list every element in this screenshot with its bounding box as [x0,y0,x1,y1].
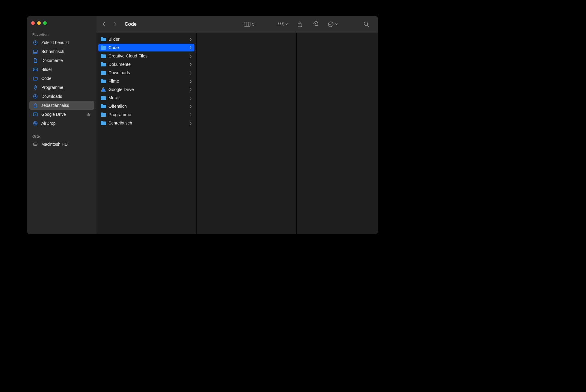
home-icon [32,102,38,108]
folder-icon [101,45,106,50]
sidebar-section-heading: Orte [27,132,96,140]
folder-icon [101,95,106,101]
folder-icon [101,37,106,42]
folder-row[interactable]: Öffentlich [98,102,194,110]
folder-label: Bilder [108,37,187,42]
sidebar-item-airdrop[interactable]: AirDrop [29,119,94,128]
share-button[interactable] [294,20,306,29]
sidebar-section-heading: Favoriten [27,30,96,38]
chevron-right-icon [190,45,192,50]
sidebar-item-label: Bilder [41,67,91,72]
chevron-right-icon [190,121,192,126]
desktop-icon [32,48,38,54]
svg-rect-19 [278,22,279,24]
back-button[interactable] [100,20,108,28]
folder-row[interactable]: Creative Cloud Files [98,52,194,60]
sidebar-item-desktop[interactable]: Schreibtisch [29,47,94,56]
sidebar-item-label: Zuletzt benutzt [41,40,91,45]
minimize-window-button[interactable] [37,21,41,25]
sidebar-item-disk[interactable]: Macintosh HD [29,140,94,149]
folder-row[interactable]: Bilder [98,35,194,43]
chevron-right-icon [190,112,192,117]
sidebar-item-download[interactable]: Downloads [29,92,94,101]
svg-rect-23 [280,25,281,26]
action-menu-button[interactable] [326,20,340,29]
folder-icon [101,62,106,67]
sidebar-item-document[interactable]: Dokumente [29,56,94,65]
sidebar-item-images[interactable]: Bilder [29,65,94,74]
folder-row[interactable]: Dokumente [98,60,194,68]
svg-point-8 [35,114,36,115]
apps-icon [32,84,38,90]
sidebar-item-label: AirDrop [41,121,91,126]
sidebar-item-label: Schreibtisch [41,49,91,54]
finder-window: Favoriten Zuletzt benutztSchreibtischDok… [27,16,378,234]
chevron-right-icon [190,37,192,42]
svg-rect-7 [33,113,37,116]
chevron-right-icon [190,87,192,92]
folder-label: Filme [108,79,187,83]
sidebar-item-home[interactable]: sebastianhaiss [29,101,94,110]
folder-row[interactable]: Programme [98,111,194,118]
eject-icon[interactable] [86,112,91,117]
sidebar-item-drive[interactable]: Google Drive [29,110,94,119]
sidebar-item-label: Google Drive [41,112,83,117]
folder-row[interactable]: Schreibtisch [98,119,194,127]
svg-line-32 [367,25,369,27]
sidebar-item-label: Programme [41,85,91,90]
column-2 [297,33,378,234]
forward-button[interactable] [111,20,119,28]
folder-row[interactable]: Code [98,44,194,51]
sidebar-item-label: Macintosh HD [41,142,91,147]
folder-row[interactable]: Google Drive [98,86,194,93]
folder-row[interactable]: Musik [98,94,194,102]
sidebar-item-label: Code [41,76,91,81]
close-window-button[interactable] [31,21,35,25]
download-icon [32,93,38,99]
sidebar-favorites-list: Zuletzt benutztSchreibtischDokumenteBild… [27,38,96,128]
folder-icon [101,70,106,75]
column-0: BilderCodeCreative Cloud FilesDokumenteD… [96,33,197,234]
view-columns-button[interactable] [242,20,256,29]
tags-button[interactable] [310,20,322,29]
group-by-button[interactable] [276,20,290,29]
folder-icon [32,75,38,81]
images-icon [32,66,38,72]
chevron-right-icon [190,79,192,84]
folder-row[interactable]: Downloads [98,69,194,77]
svg-rect-20 [280,22,281,24]
folder-icon [101,112,106,117]
folder-row[interactable]: Filme [98,77,194,85]
folder-label: Code [108,45,187,50]
chevron-right-icon [190,54,192,59]
column-view: BilderCodeCreative Cloud FilesDokumenteD… [96,33,378,234]
svg-rect-24 [282,25,283,26]
folder-label: Schreibtisch [108,121,187,125]
sidebar-item-clock[interactable]: Zuletzt benutzt [29,38,94,47]
zoom-window-button[interactable] [43,21,47,25]
folder-icon [101,120,106,126]
svg-point-15 [36,145,37,145]
svg-rect-21 [282,22,283,24]
window-title: Code [125,22,137,27]
window-controls [27,20,96,30]
sidebar-item-label: sebastianhaiss [41,103,91,108]
main-area: Code [96,16,378,234]
sidebar: Favoriten Zuletzt benutztSchreibtischDok… [27,16,96,234]
search-button[interactable] [360,20,373,29]
folder-label: Programme [108,112,187,117]
clock-icon [32,39,38,45]
svg-point-28 [329,24,330,25]
svg-rect-9 [87,115,90,116]
svg-point-12 [35,123,36,124]
sidebar-item-label: Dokumente [41,58,91,63]
sidebar-item-folder[interactable]: Code [29,74,94,83]
google-drive-icon [101,87,106,92]
svg-rect-22 [278,25,279,26]
drive-icon [32,111,38,117]
svg-point-30 [332,24,332,25]
folder-label: Öffentlich [108,104,187,109]
folder-icon [101,53,106,59]
folder-label: Creative Cloud Files [108,54,187,58]
sidebar-item-apps[interactable]: Programme [29,83,94,92]
